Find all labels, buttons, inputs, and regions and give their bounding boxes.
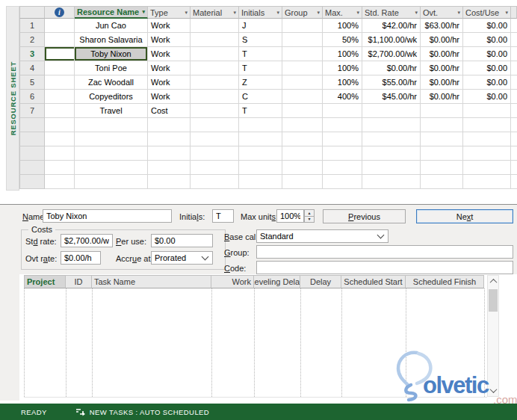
scroll-up-icon[interactable] (488, 276, 498, 287)
cell-material[interactable] (191, 104, 239, 118)
filter-arrow-icon[interactable]: ▾ (457, 10, 460, 16)
cell-name[interactable]: Zac Woodall (75, 75, 148, 90)
empty-cell[interactable] (463, 132, 511, 146)
cell-initials[interactable]: S (239, 33, 282, 47)
cell-name[interactable]: Travel (75, 104, 148, 118)
column-header-material[interactable]: Material ▾ (191, 6, 239, 19)
column-header-std-rate[interactable]: Std. Rate ▾ (362, 6, 421, 19)
cell-max[interactable]: 100% (323, 19, 362, 33)
cell-ovt[interactable]: $0.00/hr (421, 33, 463, 47)
row-number[interactable]: 5 (19, 75, 45, 90)
cell-cost-use[interactable]: $0.00 (463, 33, 511, 47)
cell-type[interactable]: Cost (148, 104, 191, 118)
indicator-cell[interactable] (45, 146, 75, 161)
cell-type[interactable]: Work (148, 33, 191, 47)
cell-std-rate[interactable]: $2,700.00/wk (362, 47, 421, 61)
cell-cost-use[interactable]: $0.00 (463, 75, 511, 90)
indicator-cell[interactable] (45, 90, 75, 104)
cell-ovt[interactable]: $0.00/hr (421, 61, 463, 75)
cell-group[interactable] (282, 90, 323, 104)
row-number[interactable] (19, 161, 45, 175)
row-number[interactable]: 7 (19, 104, 45, 118)
cell-max[interactable]: 400% (323, 90, 362, 104)
accrue-at-dropdown[interactable]: Prorated (151, 251, 213, 265)
cell-std-rate[interactable]: $42.00/hr (362, 19, 421, 33)
cell-material[interactable] (191, 75, 239, 90)
column-header-indicators[interactable]: i (45, 6, 75, 19)
vertical-scrollbar[interactable] (487, 275, 499, 397)
empty-cell[interactable] (191, 146, 239, 161)
empty-cell[interactable] (75, 161, 148, 175)
indicator-cell[interactable] (45, 61, 75, 75)
cell-cost-use[interactable]: $0.00 (463, 47, 511, 61)
filter-arrow-icon[interactable]: ▾ (317, 10, 320, 16)
name-field[interactable] (43, 209, 172, 223)
cell-std-rate[interactable]: $45.00/hr (362, 90, 421, 104)
filter-arrow-icon[interactable]: ▾ (505, 10, 508, 16)
indicator-cell[interactable] (45, 19, 75, 33)
cell-initials[interactable]: C (239, 90, 282, 104)
row-number[interactable]: 1 (19, 19, 45, 33)
cell-max[interactable] (323, 104, 362, 118)
empty-cell[interactable] (148, 118, 191, 132)
select-all-corner[interactable] (19, 6, 45, 19)
empty-cell[interactable] (362, 161, 421, 175)
empty-cell[interactable] (75, 132, 148, 146)
cell-ovt[interactable]: $0.00/hr (421, 90, 463, 104)
indicator-cell[interactable] (45, 161, 75, 175)
cell-cost-use[interactable]: $0.00 (463, 61, 511, 75)
empty-cell[interactable] (148, 132, 191, 146)
cell-type[interactable]: Work (148, 19, 191, 33)
cell-material[interactable] (191, 19, 239, 33)
row-number[interactable] (19, 118, 45, 132)
cell-type[interactable]: Work (148, 75, 191, 90)
filter-arrow-icon[interactable]: ▾ (233, 10, 236, 16)
empty-cell[interactable] (282, 132, 323, 146)
row-number[interactable] (19, 146, 45, 161)
cell-cost-use[interactable]: $0.00 (463, 19, 511, 33)
cell-type[interactable]: Work (148, 61, 191, 75)
filter-arrow-icon[interactable]: ▾ (142, 9, 145, 15)
column-header-resource-name[interactable]: Resource Name ▾ (75, 6, 148, 19)
filter-arrow-icon[interactable]: ▾ (276, 10, 279, 16)
grid-column-leveling-delay[interactable]: Leveling Delay (254, 275, 300, 288)
empty-cell[interactable] (362, 132, 421, 146)
cell-initials[interactable]: T (239, 104, 282, 118)
cell-std-rate[interactable]: $1,100.00/wk (362, 33, 421, 47)
column-header-type[interactable]: Type ▾ (148, 6, 191, 19)
status-new-tasks[interactable]: NEW TASKS : AUTO SCHEDULED (90, 408, 209, 416)
empty-cell[interactable] (362, 118, 421, 132)
indicator-cell[interactable] (45, 75, 75, 90)
indicator-cell[interactable] (45, 104, 75, 118)
empty-cell[interactable] (191, 161, 239, 175)
grid-column-id[interactable]: ID (66, 275, 92, 288)
empty-cell[interactable] (463, 146, 511, 161)
cell-group[interactable] (282, 75, 323, 90)
grid-column-project[interactable]: Project (24, 275, 66, 288)
cell-group[interactable] (282, 61, 323, 75)
spinner-down-icon[interactable]: ▾ (304, 216, 315, 223)
empty-cell[interactable] (75, 175, 148, 189)
empty-cell[interactable] (362, 175, 421, 189)
grid-column-scheduled-start[interactable]: Scheduled Start (341, 275, 406, 288)
empty-cell[interactable] (421, 146, 463, 161)
cell-type[interactable]: Work (148, 47, 191, 61)
column-header-cost-use[interactable]: Cost/Use ▾ (463, 6, 511, 19)
previous-button[interactable]: Previous (323, 209, 406, 223)
empty-cell[interactable] (75, 118, 148, 132)
cell-ovt[interactable]: $0.00/hr (421, 75, 463, 90)
column-header-group[interactable]: Group ▾ (282, 6, 323, 19)
indicator-cell[interactable] (45, 118, 75, 132)
code-field[interactable] (256, 261, 513, 274)
cell-material[interactable] (191, 47, 239, 61)
empty-cell[interactable] (463, 161, 511, 175)
filter-arrow-icon[interactable]: ▾ (185, 10, 188, 16)
empty-cell[interactable] (191, 118, 239, 132)
cell-group[interactable] (282, 19, 323, 33)
empty-cell[interactable] (282, 118, 323, 132)
scroll-down-icon[interactable] (488, 385, 498, 396)
cell-cost-use[interactable]: $0.00 (463, 90, 511, 104)
cell-material[interactable] (191, 61, 239, 75)
cell-type[interactable]: Work (148, 90, 191, 104)
scrollbar-thumb[interactable] (489, 289, 498, 312)
